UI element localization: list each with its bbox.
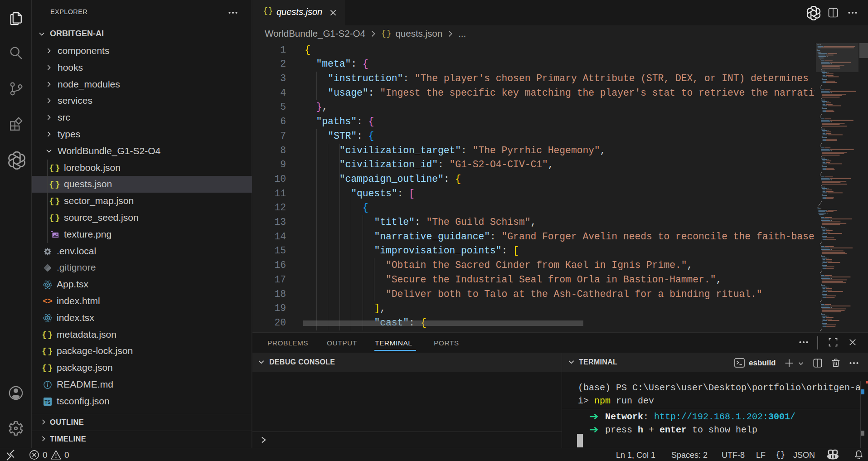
svg-text:TS: TS — [45, 399, 51, 404]
